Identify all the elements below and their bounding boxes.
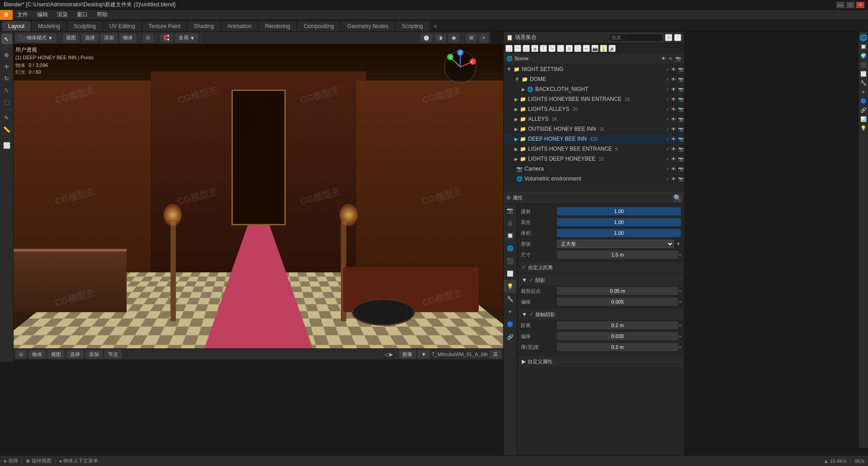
vol-eye[interactable]: 👁 bbox=[670, 176, 677, 181]
filter-empty[interactable]: ⬡ bbox=[574, 45, 581, 52]
outliner-sort-btn[interactable]: ↕ bbox=[674, 34, 681, 41]
viewport-shading-rendered[interactable]: ◉ bbox=[448, 33, 460, 43]
props-tab-particles[interactable]: ✦ bbox=[504, 305, 516, 318]
lhbe2-check[interactable]: ✓ bbox=[666, 147, 670, 152]
ldhb-cam[interactable]: 📷 bbox=[678, 157, 684, 162]
tab-modeling[interactable]: Modeling bbox=[32, 21, 66, 31]
ohb-cam[interactable]: 📷 bbox=[678, 127, 684, 132]
right-nav-world[interactable]: ⬛ bbox=[859, 61, 868, 69]
mode-dropdown[interactable]: ⬛ 物体模式 ▼ bbox=[15, 33, 57, 43]
props-tab-view-layer[interactable]: 🔲 bbox=[504, 229, 516, 242]
camera-check[interactable]: ✓ bbox=[666, 166, 670, 171]
tab-geometry-nodes[interactable]: Geometry Nodes bbox=[341, 21, 395, 31]
vp-bottom-object[interactable]: 物体 bbox=[28, 350, 46, 359]
specular-field[interactable]: 1.00 bbox=[557, 218, 681, 226]
props-tab-object[interactable]: ⬜ bbox=[504, 267, 516, 280]
camera-cam[interactable]: 📷 bbox=[678, 166, 684, 171]
props-search-btn[interactable]: 🔍 bbox=[673, 194, 681, 202]
vp-bottom-node[interactable]: 节点 bbox=[104, 350, 122, 359]
tab-animation[interactable]: Animation bbox=[221, 21, 258, 31]
filter-curve[interactable]: 〜 bbox=[514, 45, 521, 52]
filter-armature[interactable]: 🦴 bbox=[557, 45, 564, 52]
vp-bottom-add[interactable]: 添加 bbox=[85, 350, 103, 359]
menu-file[interactable]: 文件 bbox=[13, 10, 33, 20]
ol-night-setting[interactable]: ▼ 📁 NIGHT SETTING ✓ 👁 📷 bbox=[504, 64, 684, 74]
right-nav-particles[interactable]: ✦ bbox=[859, 88, 868, 96]
right-nav-physics[interactable]: 🔵 bbox=[859, 97, 868, 105]
bias2-field[interactable]: 0.030 bbox=[557, 332, 678, 340]
night-check[interactable]: ✓ bbox=[666, 67, 670, 72]
backcloth-eye[interactable]: 👁 bbox=[670, 87, 677, 92]
volume-field[interactable]: 1.00 bbox=[557, 229, 681, 237]
outliner-filter-btn[interactable]: ☰ bbox=[665, 34, 672, 41]
size-field[interactable]: 1.5 m bbox=[557, 251, 678, 259]
right-nav-scene2[interactable]: 🌍 bbox=[859, 52, 868, 60]
night-cam[interactable]: 📷 bbox=[678, 67, 684, 72]
filter-camera[interactable]: 📷 bbox=[591, 45, 599, 52]
object-menu[interactable]: 物体 bbox=[119, 33, 137, 43]
tab-sculpting[interactable]: Sculpting bbox=[67, 21, 102, 31]
tool-add-cube[interactable]: ⬜ bbox=[1, 140, 12, 151]
menu-help[interactable]: 帮助 bbox=[92, 10, 112, 20]
la-eye[interactable]: 👁 bbox=[670, 107, 677, 112]
filter-surface[interactable]: ◻ bbox=[523, 45, 530, 52]
right-nav-view-layer[interactable]: 🔲 bbox=[859, 43, 868, 51]
vp-bottom-select-all[interactable]: ⊙ bbox=[15, 350, 27, 359]
tab-shading[interactable]: Shading bbox=[188, 21, 220, 31]
ol-expand-dome[interactable]: ▼ bbox=[514, 76, 520, 82]
backcloth-cam[interactable]: 📷 bbox=[678, 87, 684, 92]
right-nav-scene[interactable]: 🌐 bbox=[859, 33, 868, 42]
al-eye[interactable]: 👁 bbox=[670, 117, 677, 122]
ohb-eye[interactable]: 👁 bbox=[670, 127, 677, 132]
props-tab-world[interactable]: ⬛ bbox=[504, 255, 516, 267]
viewport-shading-material[interactable]: ◑ bbox=[434, 33, 446, 43]
right-nav-data[interactable]: 📊 bbox=[859, 115, 868, 123]
ol-dome[interactable]: ▼ 📁 DOME ✓ 👁 📷 bbox=[504, 74, 684, 84]
scene-eye-icon[interactable]: 👁 bbox=[660, 56, 667, 61]
dome-cam[interactable]: 📷 bbox=[678, 77, 684, 82]
vp-bottom-view[interactable]: 视图 bbox=[47, 350, 65, 359]
backcloth-check[interactable]: ✓ bbox=[666, 87, 670, 92]
tool-select[interactable]: ↖ bbox=[1, 33, 12, 44]
filter-grease[interactable]: ✎ bbox=[548, 45, 556, 52]
shape-dropdown[interactable]: 正方形 bbox=[557, 240, 674, 248]
props-tab-light[interactable]: 💡 bbox=[504, 280, 516, 293]
lhbe2-eye[interactable]: 👁 bbox=[670, 147, 677, 152]
tab-compositing[interactable]: Compositing bbox=[297, 21, 340, 31]
right-nav-modifier[interactable]: 🔧 bbox=[859, 79, 868, 87]
tool-move[interactable]: ✛ bbox=[1, 61, 12, 72]
ol-deep-hb[interactable]: ▶ 📁 DEEP HONEY BEE INN 420 ✓ 👁 📷 bbox=[504, 134, 684, 144]
filter-gpencil[interactable]: ✏ bbox=[583, 45, 590, 52]
tool-rotate[interactable]: ↻ bbox=[1, 73, 12, 84]
ol-camera[interactable]: 📷 Camera ✓ 👁 📷 bbox=[504, 164, 684, 174]
la-cam[interactable]: 📷 bbox=[678, 107, 684, 112]
dhb-cam[interactable]: 📷 bbox=[678, 137, 684, 142]
menu-window[interactable]: 窗口 bbox=[72, 10, 92, 20]
tab-uv-editing[interactable]: UV Editing bbox=[103, 21, 142, 31]
dome-eye[interactable]: 👁 bbox=[670, 77, 677, 82]
render-mode-btn[interactable]: ▼ bbox=[418, 350, 430, 359]
menu-edit[interactable]: 编辑 bbox=[33, 10, 52, 20]
outliner-search[interactable] bbox=[609, 33, 663, 42]
ldhb-eye[interactable]: 👁 bbox=[670, 157, 677, 162]
select-menu[interactable]: 选择 bbox=[81, 33, 99, 43]
viewport-3d[interactable]: CG模型主 CG模型主 CG模型主 CG模型主 CG模型主 CG模型主 CG模型… bbox=[14, 44, 503, 348]
filter-speaker[interactable]: 🔊 bbox=[609, 45, 616, 52]
camera-eye[interactable]: 👁 bbox=[670, 166, 677, 171]
gizmo-btn[interactable]: ⌖ bbox=[479, 33, 489, 43]
tab-rendering[interactable]: Rendering bbox=[259, 21, 296, 31]
menu-render[interactable]: 渲染 bbox=[52, 10, 72, 20]
custom-props-header[interactable]: ▶ 自定义属性 bbox=[519, 356, 683, 367]
lhbe2-cam[interactable]: 📷 bbox=[678, 147, 684, 152]
ol-lights-alleys[interactable]: ▶ 📁 LIGHTS ALLEYS 20 ✓ 👁 📷 bbox=[504, 104, 684, 114]
proportional-edit[interactable]: ⊙ bbox=[142, 33, 154, 43]
clip-start-field[interactable]: 0.05 m bbox=[557, 287, 678, 295]
ol-expand-night[interactable]: ▼ bbox=[506, 66, 512, 72]
right-nav-object[interactable]: ⬜ bbox=[859, 70, 868, 78]
night-eye[interactable]: 👁 bbox=[670, 67, 677, 72]
tool-cursor[interactable]: ⊕ bbox=[1, 49, 12, 60]
vol-check[interactable]: ✓ bbox=[666, 176, 670, 181]
lhbe-eye[interactable]: 👁 bbox=[670, 97, 677, 102]
close-button[interactable]: ✕ bbox=[856, 2, 864, 8]
tool-transform[interactable]: ⬚ bbox=[1, 96, 12, 107]
